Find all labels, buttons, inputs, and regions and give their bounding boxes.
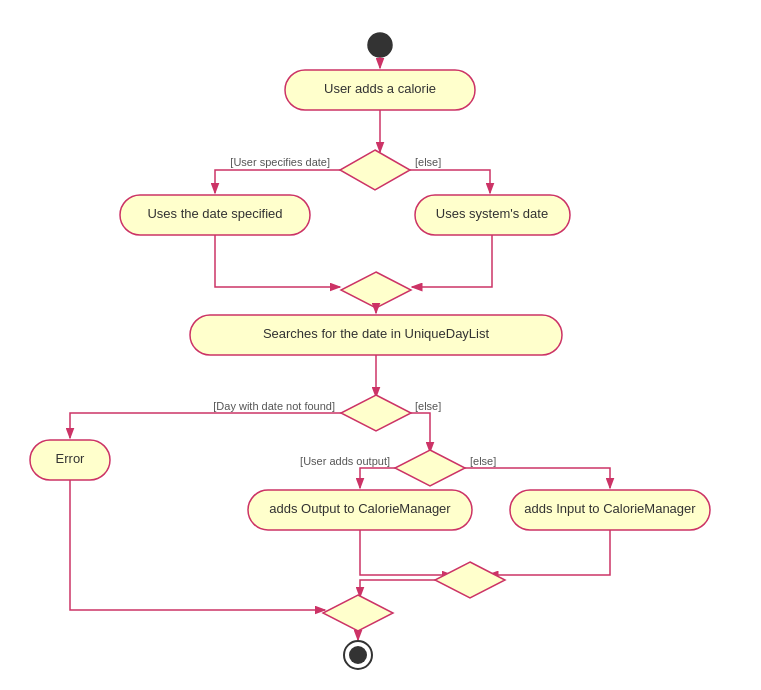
action-user-adds-calorie-label: User adds a calorie bbox=[324, 81, 436, 96]
guard-else2: [else] bbox=[415, 400, 441, 412]
arrow-decision1-action2 bbox=[215, 170, 340, 193]
arrow-decision2-decision3 bbox=[411, 413, 430, 452]
action-adds-input-label: adds Input to CalorieManager bbox=[524, 501, 696, 516]
action-adds-output-label: adds Output to CalorieManager bbox=[269, 501, 451, 516]
decision1-diamond bbox=[340, 150, 410, 190]
action-uses-systems-date-label: Uses system's date bbox=[436, 206, 548, 221]
action-searches-date-label: Searches for the date in UniqueDayList bbox=[263, 326, 490, 341]
guard-user-specifies: [User specifies date] bbox=[230, 156, 330, 168]
arrow-decision3-action5 bbox=[360, 468, 395, 488]
arrow-decision2-error bbox=[70, 413, 341, 438]
arrow-action2-merge1 bbox=[215, 235, 340, 287]
guard-else1: [else] bbox=[415, 156, 441, 168]
merge1-diamond bbox=[341, 272, 411, 308]
arrow-action6-merge2 bbox=[488, 530, 610, 575]
arrow-decision3-action6 bbox=[465, 468, 610, 488]
merge3-diamond bbox=[323, 595, 393, 631]
guard-else3: [else] bbox=[470, 455, 496, 467]
arrow-merge2-merge3 bbox=[360, 580, 435, 597]
start-node bbox=[368, 33, 392, 57]
decision2-diamond bbox=[341, 395, 411, 431]
action-error-label: Error bbox=[56, 451, 86, 466]
action-uses-date-specified-label: Uses the date specified bbox=[147, 206, 282, 221]
arrow-action3-merge1 bbox=[412, 235, 492, 287]
guard-user-adds-output: [User adds output] bbox=[300, 455, 390, 467]
end-node-inner bbox=[349, 646, 367, 664]
arrow-action5-merge2 bbox=[360, 530, 452, 575]
merge2-diamond bbox=[435, 562, 505, 598]
arrow-decision1-action3 bbox=[410, 170, 490, 193]
diagram-container: User adds a calorie [User specifies date… bbox=[0, 0, 761, 690]
decision3-diamond bbox=[395, 450, 465, 486]
guard-day-not-found: [Day with date not found] bbox=[213, 400, 335, 412]
